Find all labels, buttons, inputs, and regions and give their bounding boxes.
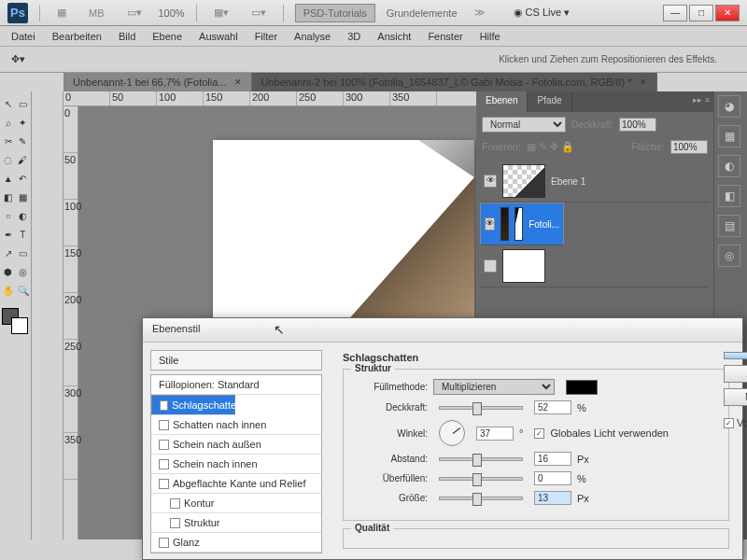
blur-tool[interactable]: ○ bbox=[2, 207, 15, 224]
opacity-input[interactable] bbox=[534, 400, 571, 414]
tab-doc1[interactable]: Unbenannt-1 bei 66,7% (Fotolia...✕ bbox=[63, 73, 252, 91]
global-light-checkbox[interactable]: ✓ bbox=[534, 428, 544, 439]
checkbox[interactable] bbox=[170, 498, 180, 509]
spread-input[interactable] bbox=[534, 471, 571, 485]
menu-ebene[interactable]: Ebene bbox=[152, 31, 182, 42]
layer-row[interactable]: 👁 Ebene 1 bbox=[480, 161, 710, 203]
eraser-tool[interactable]: ◧ bbox=[2, 189, 15, 205]
ok-button[interactable] bbox=[724, 352, 747, 359]
mask-panel-icon[interactable]: ◧ bbox=[718, 185, 740, 207]
style-dropshadow[interactable]: ✓Schlagschatten bbox=[151, 395, 235, 415]
panel-menu-icon[interactable]: ▸▸ ≡ bbox=[689, 91, 713, 112]
more-icon[interactable]: ≫ bbox=[469, 5, 491, 21]
opacity-value[interactable]: 100% bbox=[619, 118, 656, 132]
type-tool[interactable]: T bbox=[17, 226, 30, 243]
screen-icon[interactable]: ▭▾ bbox=[246, 5, 272, 21]
blend-mode-select[interactable]: Normal bbox=[482, 117, 566, 133]
menu-datei[interactable]: Datei bbox=[11, 31, 35, 42]
size-slider[interactable] bbox=[439, 497, 523, 500]
visibility-icon[interactable]: 👁 bbox=[484, 175, 497, 188]
distance-slider[interactable] bbox=[439, 457, 523, 461]
layer-thumb[interactable] bbox=[502, 249, 545, 283]
visibility-icon[interactable]: 👁 bbox=[485, 217, 495, 231]
style-texture[interactable]: Struktur bbox=[151, 513, 321, 533]
angle-input[interactable] bbox=[476, 427, 514, 441]
checkbox[interactable] bbox=[170, 518, 180, 528]
arrange-icon[interactable]: ▦▾ bbox=[208, 5, 234, 21]
info-panel-icon[interactable]: ◎ bbox=[718, 245, 740, 267]
checkbox[interactable]: ✓ bbox=[160, 400, 168, 411]
lasso-tool[interactable]: ⌕ bbox=[2, 114, 15, 131]
shape-tool[interactable]: ▭ bbox=[17, 245, 30, 261]
menu-bearbeiten[interactable]: Bearbeiten bbox=[52, 31, 102, 42]
style-bevel[interactable]: Abgeflachte Kante und Relief bbox=[151, 474, 321, 494]
marquee-tool[interactable]: ▭ bbox=[17, 95, 30, 112]
size-input[interactable] bbox=[534, 491, 571, 505]
toolbox-collapsed[interactable] bbox=[32, 91, 63, 539]
layer-row[interactable] bbox=[480, 245, 710, 287]
move-tool[interactable]: ↖ bbox=[2, 95, 15, 112]
checkbox[interactable] bbox=[159, 479, 169, 489]
checkbox[interactable] bbox=[159, 459, 169, 469]
heal-tool[interactable]: ◌ bbox=[2, 151, 15, 168]
mb-icon[interactable]: MB bbox=[83, 6, 110, 21]
swatches-panel-icon[interactable]: ▦ bbox=[718, 125, 740, 147]
menu-3d[interactable]: 3D bbox=[347, 31, 360, 42]
checkbox[interactable] bbox=[159, 440, 169, 450]
view-icon[interactable]: ▭▾ bbox=[121, 5, 148, 21]
layer-thumb[interactable] bbox=[500, 207, 509, 241]
move-tool-icon[interactable]: ✥▾ bbox=[11, 53, 25, 65]
color-panel-icon[interactable]: ◕ bbox=[718, 95, 740, 118]
3d-tool[interactable]: ⬢ bbox=[2, 263, 15, 280]
workspace-grund[interactable]: Grundelemente bbox=[387, 7, 458, 19]
layer-thumb[interactable] bbox=[502, 164, 545, 198]
blendmode-select[interactable]: Multiplizieren bbox=[433, 379, 555, 395]
zoom-value[interactable]: 100% bbox=[159, 7, 185, 19]
visibility-icon[interactable] bbox=[484, 259, 497, 273]
layer-mask[interactable] bbox=[514, 207, 523, 241]
style-satin[interactable]: Glanz bbox=[151, 533, 321, 553]
style-innershadow[interactable]: Schatten nach innen bbox=[151, 415, 321, 435]
close-icon[interactable]: ✕ bbox=[640, 77, 647, 87]
bridge-icon[interactable]: ▦ bbox=[51, 5, 72, 21]
wand-tool[interactable]: ✦ bbox=[17, 114, 30, 131]
close-icon[interactable]: ✕ bbox=[234, 77, 242, 87]
styles-panel-icon[interactable]: ▤ bbox=[718, 215, 740, 237]
tab-pfade[interactable]: Pfade bbox=[528, 91, 571, 112]
tab-ebenen[interactable]: Ebenen bbox=[476, 91, 528, 112]
menu-hilfe[interactable]: Hilfe bbox=[480, 31, 500, 42]
menu-fenster[interactable]: Fenster bbox=[428, 31, 462, 42]
new-style-button[interactable]: Neue bbox=[724, 388, 747, 406]
dodge-tool[interactable]: ◐ bbox=[17, 207, 30, 224]
opacity-slider[interactable] bbox=[439, 406, 523, 410]
cancel-button[interactable]: Abbr bbox=[724, 365, 747, 383]
layer-row[interactable]: 👁 Fotoli... bbox=[480, 203, 564, 245]
checkbox[interactable] bbox=[159, 420, 169, 430]
zoom-tool[interactable]: 🔍 bbox=[17, 282, 30, 299]
stamp-tool[interactable]: ▲ bbox=[2, 170, 15, 187]
distance-input[interactable] bbox=[534, 452, 571, 466]
angle-control[interactable] bbox=[439, 420, 465, 446]
menu-filter[interactable]: Filter bbox=[255, 31, 277, 42]
checkbox[interactable] bbox=[159, 538, 169, 548]
menu-ansicht[interactable]: Ansicht bbox=[377, 31, 411, 42]
shadow-color-swatch[interactable] bbox=[566, 380, 598, 395]
crop-tool[interactable]: ✂ bbox=[2, 133, 15, 149]
dialog-title[interactable]: Ebenenstil ↖ bbox=[143, 318, 742, 343]
maximize-button[interactable]: □ bbox=[689, 5, 713, 21]
close-button[interactable]: ✕ bbox=[715, 5, 740, 21]
preview-checkbox[interactable]: ✓ bbox=[724, 418, 734, 428]
spread-slider[interactable] bbox=[439, 477, 523, 481]
3d-cam-tool[interactable]: ◎ bbox=[17, 263, 30, 280]
style-outerglow[interactable]: Schein nach außen bbox=[151, 435, 321, 455]
brush-tool[interactable]: 🖌 bbox=[17, 151, 30, 168]
history-tool[interactable]: ↶ bbox=[17, 170, 30, 187]
pen-tool[interactable]: ✒ bbox=[2, 226, 15, 243]
style-innerglow[interactable]: Schein nach innen bbox=[151, 455, 321, 474]
lock-icons[interactable]: ▦ ✎ ✥ 🔒 bbox=[527, 141, 574, 153]
eyedrop-tool[interactable]: ✎ bbox=[17, 133, 30, 149]
adjust-panel-icon[interactable]: ◐ bbox=[718, 155, 740, 177]
path-tool[interactable]: ↗ bbox=[2, 245, 15, 261]
menu-bild[interactable]: Bild bbox=[119, 31, 135, 42]
gradient-tool[interactable]: ▦ bbox=[17, 189, 30, 205]
